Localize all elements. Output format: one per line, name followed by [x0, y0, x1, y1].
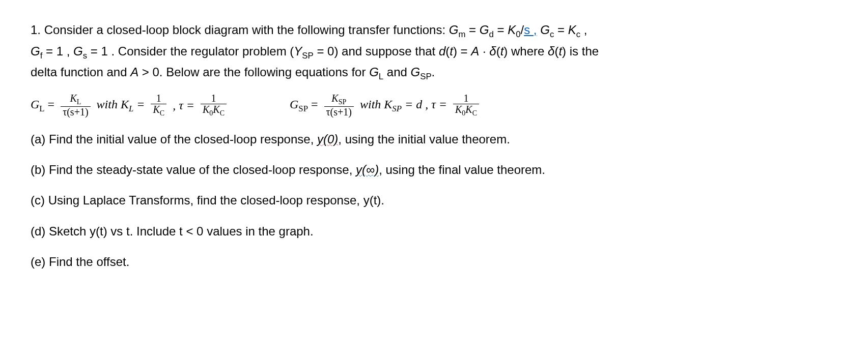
- tf-gm-sub: m: [458, 29, 465, 39]
- gsp-with-text: with K: [360, 98, 392, 111]
- gsp-tau-fraction: 1 K0KC: [453, 93, 479, 117]
- tf-kc-sub: c: [576, 29, 580, 39]
- gl-with-text: with K: [97, 98, 129, 111]
- gsp-tau-den-subC: C: [472, 109, 477, 117]
- tf-k0: K: [508, 23, 516, 37]
- gsp-tau-num: 1: [462, 93, 471, 104]
- gsp-fraction: KSP τ(s+1): [324, 93, 354, 117]
- gl-eq: =: [48, 98, 55, 111]
- tf-gs: G: [73, 44, 83, 58]
- gl-tau-num: 1: [209, 93, 218, 104]
- A2: A: [130, 65, 138, 79]
- gl-ref-sub: L: [379, 72, 383, 81]
- gl-with: with KL =: [97, 95, 145, 116]
- tf-kc: K: [568, 23, 576, 37]
- parts-list: (a) Find the initial value of the closed…: [31, 130, 837, 272]
- gl-eq2: =: [136, 98, 145, 111]
- delta2-t: t: [558, 44, 562, 58]
- part-e: (e) Find the offset.: [31, 252, 837, 272]
- gsp-num: K: [331, 93, 338, 104]
- ysp: Y: [294, 44, 302, 58]
- part-c: (c) Using Laplace Transforms, find the c…: [31, 191, 837, 210]
- gsp-tau-den-a: K: [455, 104, 462, 115]
- equation-gl: GL = KL τ(s+1) with KL = 1 KC , τ = 1 K0…: [31, 93, 229, 117]
- gl-tau-den-subC: C: [220, 109, 225, 117]
- gl-fraction: KL τ(s+1): [61, 93, 90, 117]
- tf-gd-sub: d: [489, 29, 493, 39]
- part-b: (b) Find the steady-state value of the c…: [31, 160, 837, 180]
- part-a-post: , using the initial value theorem.: [338, 132, 510, 146]
- tf-gc: G: [540, 23, 550, 37]
- gl-lhs: G: [31, 98, 39, 111]
- hyperlink-s[interactable]: s ,: [524, 23, 537, 37]
- tf-k0-sub: 0: [516, 29, 520, 39]
- gl-kl-num: 1: [154, 93, 163, 104]
- gl-num-sub: L: [77, 98, 81, 106]
- dt: d: [439, 44, 445, 58]
- A: A: [471, 44, 479, 58]
- problem-number: 1.: [31, 23, 41, 37]
- tf-gc-sub: c: [550, 29, 554, 39]
- gsp-with: with KSP = d , τ =: [360, 95, 447, 116]
- part-a-pre: (a) Find the initial value of the closed…: [31, 132, 317, 146]
- tf-gf-sub: f: [40, 50, 43, 60]
- gsp-eq2: = d , τ =: [405, 98, 447, 111]
- gsp-lhs: G: [290, 98, 298, 111]
- part-b-yinf: y(∞): [356, 163, 379, 176]
- gsp-ref-sub: SP: [420, 72, 431, 81]
- gsp-eq: =: [311, 98, 318, 111]
- gl-ref: G: [369, 65, 379, 79]
- gl-den: τ(s+1): [61, 106, 90, 117]
- gl-kl-den: K: [153, 104, 159, 115]
- tf-gf: G: [31, 44, 40, 58]
- tf-gm: G: [449, 23, 459, 37]
- gl-with-sub: L: [129, 104, 133, 113]
- gl-tau-fraction: 1 K0KC: [201, 93, 227, 117]
- gl-tau-den-b: K: [213, 104, 219, 115]
- problem-statement: 1. Consider a closed-loop block diagram …: [31, 20, 837, 84]
- gl-kl-den-sub: C: [160, 109, 164, 117]
- gsp-lhs-sub: SP: [298, 104, 308, 113]
- gsp-num-sub: SP: [339, 98, 347, 106]
- part-a: (a) Find the initial value of the closed…: [31, 130, 837, 149]
- equation-gsp: GSP = KSP τ(s+1) with KSP = d , τ = 1 K0…: [290, 93, 481, 117]
- delta2: δ: [548, 44, 554, 58]
- delta: δ: [489, 44, 496, 58]
- delta-t: t: [500, 44, 504, 58]
- gl-num: K: [70, 93, 76, 104]
- gl-kl-fraction: 1 KC: [151, 93, 166, 117]
- gl-lhs-sub: L: [39, 104, 44, 113]
- gsp-den: τ(s+1): [324, 106, 354, 117]
- tf-gs-sub: s: [83, 50, 87, 60]
- equation-row: GL = KL τ(s+1) with KL = 1 KC , τ = 1 K0…: [31, 93, 837, 117]
- intro-text: Consider a closed-loop block diagram wit…: [44, 23, 449, 37]
- gsp-tau-den-b: K: [465, 104, 472, 115]
- gsp-with-sub: SP: [392, 104, 402, 113]
- tf-gd: G: [480, 23, 489, 37]
- gsp-ref: G: [411, 65, 421, 79]
- gl-tau: , τ =: [173, 96, 194, 115]
- ysp-sub: SP: [302, 50, 313, 60]
- part-b-post: , using the final value theorem.: [379, 163, 545, 176]
- part-b-pre: (b) Find the steady-state value of the c…: [31, 163, 356, 176]
- gl-tau-den-a: K: [203, 104, 209, 115]
- dt-t: t: [450, 44, 453, 58]
- part-a-y0: y(0): [317, 132, 338, 146]
- part-d: (d) Sketch y(t) vs t. Include t < 0 valu…: [31, 222, 837, 241]
